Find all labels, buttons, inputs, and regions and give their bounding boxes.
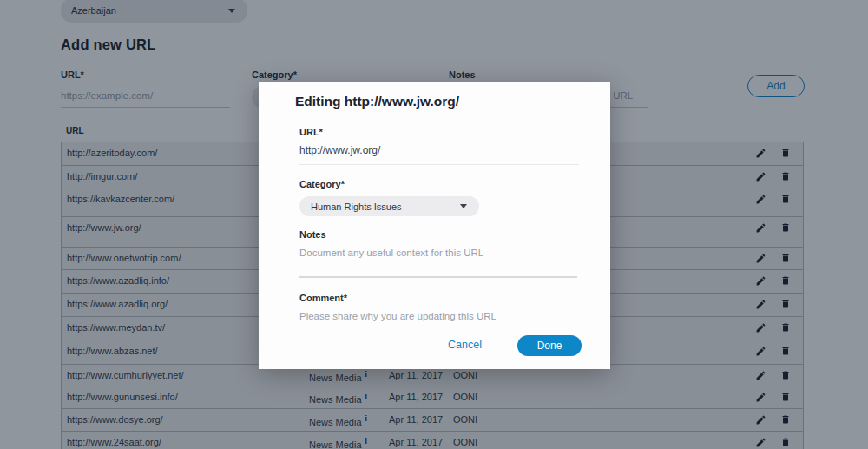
- modal-comment-label: Comment*: [299, 293, 347, 303]
- modal-title: Editing http://www.jw.org/: [295, 94, 459, 109]
- modal-url-value: http://www.jw.org/: [299, 144, 380, 156]
- modal-notes-label: Notes: [299, 229, 326, 240]
- modal-category-value: Human Rights Issues: [311, 201, 402, 212]
- chevron-down-icon: [460, 204, 467, 208]
- modal-category-label: Category*: [299, 179, 345, 189]
- modal-url-label: URL*: [299, 127, 323, 137]
- modal-url-input[interactable]: http://www.jw.org/: [299, 141, 579, 165]
- modal-category-dropdown[interactable]: Human Rights Issues: [299, 196, 479, 216]
- done-button[interactable]: Done: [517, 335, 582, 356]
- modal-divider: [299, 276, 577, 278]
- modal-comment-input[interactable]: Please share why you are updating this U…: [299, 311, 496, 321]
- edit-url-modal: Editing http://www.jw.org/ URL* http://w…: [259, 82, 610, 369]
- modal-notes-input[interactable]: Document any useful context for this URL: [299, 248, 483, 258]
- app-screen: Azerbaijan Add new URL URL* Category* No…: [0, 0, 868, 449]
- cancel-button[interactable]: Cancel: [448, 339, 482, 351]
